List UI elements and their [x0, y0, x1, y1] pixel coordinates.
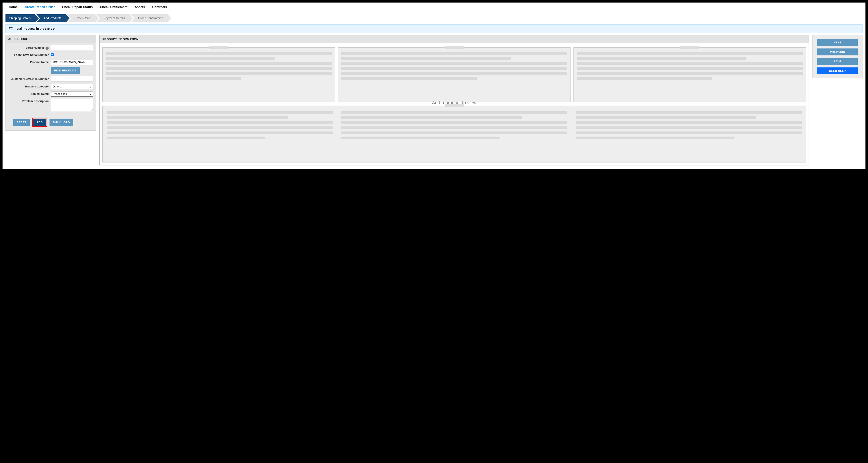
- product-info-placeholder: Add a product to view: [100, 43, 809, 165]
- add-product-form: Serial Number i I don't have Serial Numb…: [6, 43, 96, 116]
- serial-number-label: Serial Number i: [9, 46, 49, 50]
- pick-product-button[interactable]: PICK PRODUCT: [51, 67, 80, 74]
- chevron-down-icon: ⌄: [88, 84, 93, 89]
- progress-steps: Shipping Details Add Products Review Car…: [5, 14, 863, 22]
- product-info-header: PRODUCT INFORMATION: [100, 35, 809, 43]
- save-button[interactable]: SAVE: [817, 58, 858, 65]
- action-panel: NEXT PREVIOUS SAVE NEED HELP: [812, 35, 863, 79]
- problem-description-textarea[interactable]: [51, 99, 93, 111]
- problem-detail-value: Unspecified: [52, 91, 88, 96]
- tab-check-entitlement[interactable]: Check Entitlement: [99, 4, 128, 10]
- problem-description-label: Problem Description: [9, 99, 49, 103]
- problem-category-value: Others: [52, 84, 88, 89]
- svg-point-0: [10, 30, 10, 30]
- cart-summary-text: Total Products in the cart : 0: [15, 27, 55, 30]
- no-serial-checkbox[interactable]: [51, 53, 54, 56]
- product-name-label: Product Name: [9, 60, 49, 64]
- no-serial-label: I don't have Serial Number: [9, 53, 49, 57]
- reset-button[interactable]: RESET: [13, 119, 30, 126]
- main-layout: ADD PRODUCT Serial Number i I don't have…: [5, 35, 863, 165]
- step-order-confirmation[interactable]: Order Confirmation: [131, 14, 168, 22]
- customer-reference-input[interactable]: [51, 76, 93, 82]
- next-button[interactable]: NEXT: [817, 39, 858, 46]
- add-button[interactable]: ADD: [33, 119, 46, 126]
- step-payment-details[interactable]: Payment Details: [96, 14, 130, 22]
- serial-number-input[interactable]: [51, 45, 93, 51]
- cart-summary-bar: Total Products in the cart : 0: [5, 25, 863, 33]
- add-product-panel: ADD PRODUCT Serial Number i I don't have…: [5, 35, 96, 131]
- placeholder-card: [574, 48, 806, 102]
- tab-check-repair-status[interactable]: Check Repair Status: [62, 4, 93, 10]
- form-button-row: RESET ADD BULK LOAD: [6, 116, 96, 127]
- tab-contracts[interactable]: Contracts: [152, 4, 167, 10]
- placeholder-card: [338, 48, 570, 102]
- customer-reference-label: Customer Reference Number: [9, 78, 49, 81]
- problem-detail-select[interactable]: Unspecified ⌄: [51, 91, 93, 96]
- problem-category-label: Problem Category: [9, 85, 49, 88]
- info-icon[interactable]: i: [45, 47, 49, 50]
- app-frame: Home Create Repair Order Check Repair St…: [2, 2, 866, 169]
- chevron-down-icon: ⌄: [88, 91, 93, 96]
- svg-point-1: [11, 30, 12, 30]
- step-add-products[interactable]: Add Products: [36, 14, 66, 22]
- placeholder-wide-card: [102, 105, 806, 162]
- problem-detail-label: Problem Detail: [9, 92, 49, 96]
- tab-assets[interactable]: Assets: [134, 4, 145, 10]
- top-nav: Home Create Repair Order Check Repair St…: [5, 3, 863, 11]
- previous-button[interactable]: PREVIOUS: [817, 49, 858, 55]
- product-info-panel: PRODUCT INFORMATION: [99, 35, 809, 165]
- step-shipping-details[interactable]: Shipping Details: [5, 14, 35, 22]
- bulk-load-button[interactable]: BULK LOAD: [50, 119, 73, 126]
- cart-icon: [9, 27, 13, 31]
- add-button-highlight: ADD: [32, 118, 48, 127]
- step-review-cart[interactable]: Review Cart: [67, 14, 95, 22]
- add-product-header: ADD PRODUCT: [6, 35, 96, 43]
- problem-category-select[interactable]: Others ⌄: [51, 84, 93, 89]
- product-name-input[interactable]: [51, 59, 93, 65]
- placeholder-card: [102, 48, 335, 102]
- tab-home[interactable]: Home: [8, 4, 18, 10]
- need-help-button[interactable]: NEED HELP: [817, 67, 858, 74]
- tab-create-repair-order[interactable]: Create Repair Order: [25, 4, 55, 11]
